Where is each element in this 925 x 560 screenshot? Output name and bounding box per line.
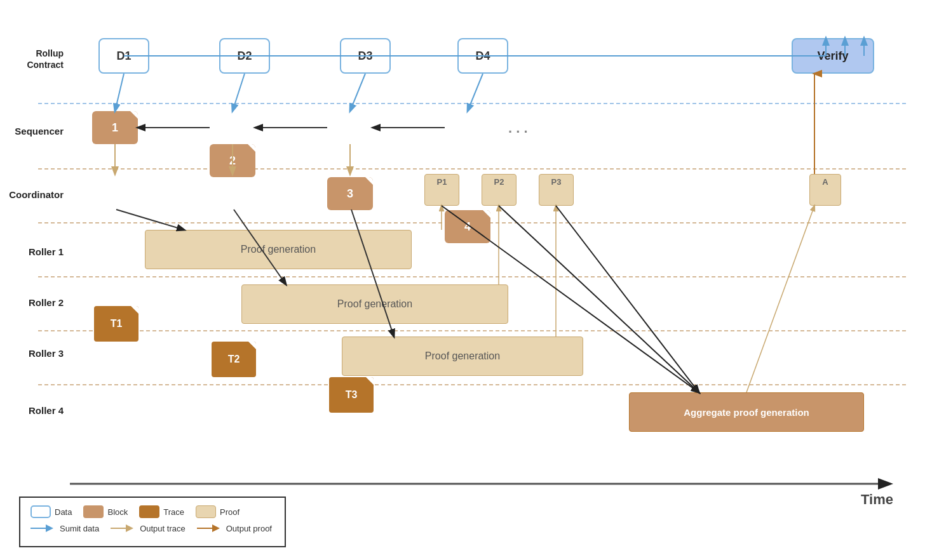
legend-row-2: Sumit data Output trace bbox=[30, 523, 274, 533]
arrows-overlay bbox=[0, 0, 925, 560]
label-coordinator: Coordinator bbox=[6, 189, 64, 200]
legend-block-label: Block bbox=[107, 507, 128, 517]
legend-output-proof: Output proof bbox=[197, 523, 272, 533]
legend-submit: Sumit data bbox=[30, 523, 99, 533]
proof-gen-roller1: Proof generation bbox=[145, 230, 412, 269]
legend-data: Data bbox=[30, 505, 72, 518]
legend-submit-label: Sumit data bbox=[60, 524, 99, 533]
time-label: Time bbox=[861, 491, 893, 508]
svg-line-1 bbox=[233, 74, 245, 111]
legend-data-label: Data bbox=[55, 507, 72, 517]
trace-block-t3: T3 bbox=[329, 377, 374, 413]
legend-output-trace: Output trace bbox=[111, 523, 186, 533]
legend-trace-icon bbox=[139, 505, 159, 518]
legend-data-icon bbox=[30, 505, 51, 518]
svg-line-14 bbox=[116, 210, 184, 230]
label-rollup-contract: RollupContract bbox=[6, 48, 64, 70]
seq-block-4: 4 bbox=[445, 210, 490, 243]
legend-block: Block bbox=[83, 505, 128, 518]
seq-block-3: 3 bbox=[327, 177, 373, 210]
data-block-d1: D1 bbox=[98, 38, 149, 74]
legend-output-proof-label: Output proof bbox=[226, 524, 272, 533]
proof-block-p1: P1 bbox=[424, 174, 459, 206]
legend-trace-label: Trace bbox=[163, 507, 184, 517]
label-sequencer: Sequencer bbox=[6, 126, 64, 137]
proof-block-a: A bbox=[809, 174, 841, 206]
legend-output-trace-label: Output trace bbox=[140, 524, 186, 533]
legend-trace: Trace bbox=[139, 505, 184, 518]
svg-line-0 bbox=[115, 74, 124, 111]
data-block-d2: D2 bbox=[219, 38, 270, 74]
legend-block-icon bbox=[83, 505, 104, 518]
svg-line-3 bbox=[468, 74, 483, 111]
seq-dots: · · · bbox=[508, 124, 528, 140]
legend: Data Block Trace Proof bbox=[19, 497, 286, 547]
label-roller2: Roller 2 bbox=[6, 297, 64, 308]
seq-block-2: 2 bbox=[210, 144, 255, 177]
seq-block-1: 1 bbox=[92, 111, 138, 144]
verify-block: Verify bbox=[792, 38, 874, 74]
legend-row-1: Data Block Trace Proof bbox=[30, 505, 274, 518]
proof-gen-roller2: Proof generation bbox=[241, 284, 508, 324]
data-block-d3: D3 bbox=[340, 38, 391, 74]
svg-line-2 bbox=[350, 74, 365, 111]
legend-proof-label: Proof bbox=[220, 507, 240, 517]
legend-proof: Proof bbox=[196, 505, 240, 518]
trace-block-t2: T2 bbox=[212, 342, 256, 377]
legend-blue-arrow-icon bbox=[30, 523, 56, 533]
proof-gen-roller3: Proof generation bbox=[342, 337, 583, 376]
label-roller4: Roller 4 bbox=[6, 405, 64, 416]
legend-tan-light-arrow-icon bbox=[111, 523, 136, 533]
proof-block-p3: P3 bbox=[539, 174, 574, 206]
label-roller3: Roller 3 bbox=[6, 348, 64, 359]
label-roller1: Roller 1 bbox=[6, 246, 64, 257]
data-block-d4: D4 bbox=[457, 38, 508, 74]
separator-4 bbox=[38, 276, 906, 277]
separator-5 bbox=[38, 330, 906, 331]
svg-line-24 bbox=[746, 206, 814, 392]
proof-gen-roller4: Aggregate proof generation bbox=[629, 392, 864, 432]
separator-6 bbox=[38, 384, 906, 385]
separator-1 bbox=[38, 103, 906, 104]
legend-proof-icon bbox=[196, 505, 216, 518]
trace-block-t1: T1 bbox=[94, 306, 138, 342]
legend-tan-dark-arrow-icon bbox=[197, 523, 222, 533]
diagram: RollupContract Sequencer Coordinator Rol… bbox=[0, 0, 925, 560]
proof-block-p2: P2 bbox=[482, 174, 517, 206]
separator-2 bbox=[38, 168, 906, 170]
